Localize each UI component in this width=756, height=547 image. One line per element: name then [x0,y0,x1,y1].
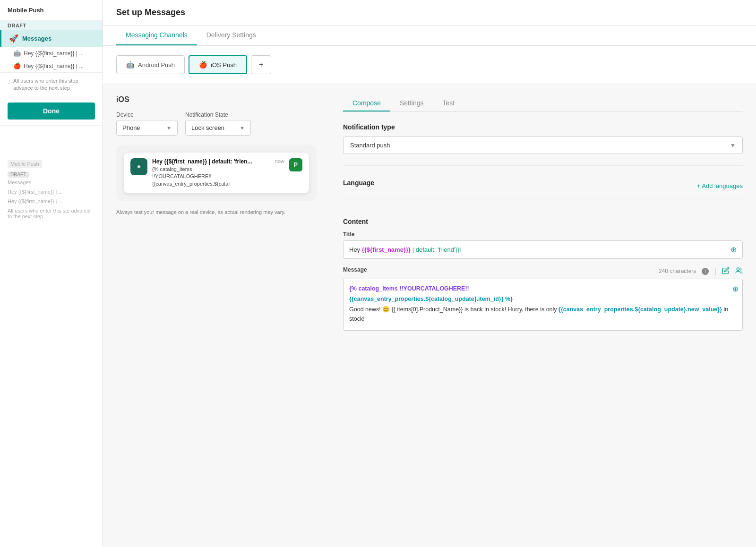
apple-icon: 🍎 [13,62,21,69]
device-select[interactable]: Phone ▼ [116,120,178,136]
ios-push-button[interactable]: 🍎 iOS Push [189,55,247,74]
sidebar-messages-label: Messages [22,35,52,42]
messages-icon: 🚀 [9,34,18,43]
notification-type-value: Standard push [350,142,390,149]
content-area: iOS Device Phone ▼ Notification State Lo… [103,84,756,353]
notification-type-dropdown[interactable]: Standard push ▼ [343,137,743,154]
message-add-button[interactable]: ⊕ [732,283,739,295]
notification-type-section: Notification type Standard push ▼ [343,123,743,154]
msg-line-1: {% catalog_items !!YOURCATALOGHERE!! [349,284,737,293]
notif-content: Hey {{${first_name}} | default: 'frien..… [152,158,284,188]
add-languages-button[interactable]: + Add languages [697,182,743,189]
sidebar: Mobile Push DRAFT 🚀 Messages 🤖 Hey {{${f… [0,0,103,547]
msg-body-normal: Good news! 😊 {{ items[0].Product_Name}} … [349,306,558,313]
msg-liquid-catalog: {% catalog_items !!YOURCATALOGHERE!! [349,285,469,292]
sidebar-advance-text: ↓ All users who enter this step advance … [0,72,103,97]
mini-badge: DRAFT [8,171,29,178]
notif-title: Hey {{${first_name}} | default: 'frien..… [152,158,252,165]
msg-canvas-props: {{canvas_entry_properties.${catalog_upda… [349,296,513,302]
divider-1 [343,165,743,166]
notif-top-row: Hey {{${first_name}} | default: 'frien..… [152,158,284,165]
device-chevron-icon: ▼ [166,125,172,131]
msg-canvas-new-value: {{canvas_entry_properties.${catalog_upda… [558,306,722,313]
device-select-group: Device Phone ▼ [116,111,178,136]
sidebar-sub-item-android[interactable]: 🤖 Hey {{${first_name}} | ... [0,47,103,60]
info-icon[interactable]: i [702,268,709,275]
notification-type-chevron-icon: ▼ [730,142,736,149]
content-section: Content Title Hey {{${first_name}}} | de… [343,218,743,331]
message-person-icon[interactable] [735,267,743,276]
title-default-value: | default: 'friend'}}! [411,246,461,253]
mini-canvas-section: Mobile Push DRAFT Messages Hey {{${first… [0,125,103,225]
message-input[interactable]: ⊕ {% catalog_items !!YOURCATALOGHERE!! {… [343,279,743,331]
mini-hey-android: Hey {{${first_name}} | ... [0,187,103,197]
svg-point-2 [737,268,739,270]
notif-app-icon [130,158,147,175]
message-edit-icon[interactable] [722,267,730,276]
ios-push-label: iOS Push [211,61,237,68]
compose-panel: Compose Settings Test Notification type … [330,84,756,353]
mini-advance: All users who enter this ste advance to … [0,206,103,221]
compose-tabs: Compose Settings Test [343,95,743,112]
msg-line-2: {{canvas_entry_properties.${catalog_upda… [349,294,737,304]
sidebar-ios-label: Hey {{${first_name}} | ... [24,63,84,69]
title-field-label: Title [343,231,743,238]
divider-vertical: | [714,267,716,275]
title-input[interactable]: Hey {{${first_name}}} | default: 'friend… [343,240,743,259]
device-label: Device [116,111,178,118]
notif-body-line1: {% catalog_items [152,166,192,172]
notification-card: Hey {{${first_name}} | default: 'frien..… [124,153,309,193]
notif-p-icon: P [289,158,302,171]
title-add-button[interactable]: ⊕ [730,245,737,254]
sidebar-sub-item-ios[interactable]: 🍎 Hey {{${first_name}} | ... [0,60,103,72]
notification-state-label: Notification State [185,111,251,118]
language-row: Language + Add languages [343,173,743,198]
tab-delivery-settings[interactable]: Delivery Settings [197,26,266,45]
notification-state-chevron-icon: ▼ [240,125,245,131]
message-header-right: 240 characters i | [659,267,743,276]
compose-tab-settings[interactable]: Settings [390,95,433,111]
notif-time: now [275,158,284,164]
sidebar-android-label: Hey {{${first_name}} | ... [24,50,84,57]
channel-row: 🤖 Android Push 🍎 iOS Push + [103,46,756,84]
char-count: 240 characters [659,268,696,274]
content-label: Content [343,218,743,225]
done-button[interactable]: Done [8,103,95,120]
ios-preview-panel: iOS Device Phone ▼ Notification State Lo… [103,84,330,353]
notif-body-line3: {{canvas_entry_properties.${catal [152,181,230,187]
title-prefix: Hey [349,246,362,253]
notification-state-group: Notification State Lock screen ▼ [185,111,251,136]
sidebar-draft-badge: DRAFT [0,21,103,30]
android-push-label: Android Push [138,61,175,68]
message-field-label: Message [343,266,367,273]
message-header-row: Message 240 characters i | [343,266,743,276]
divider-2 [343,210,743,210]
notification-preview: Hey {{${first_name}} | default: 'frien..… [116,145,317,201]
page-header: Set up Messages [103,0,756,26]
page-title: Set up Messages [116,8,743,17]
add-channel-button[interactable]: + [251,55,271,74]
compose-tab-compose[interactable]: Compose [343,95,390,111]
title-field-group: Title Hey {{${first_name}}} | default: '… [343,231,743,259]
compose-tab-test[interactable]: Test [433,95,464,111]
title-liquid-var: {{${first_name}}} [362,246,411,253]
arrow-down-icon: ↓ [8,78,10,86]
notification-state-value: Lock screen [191,124,224,131]
advance-label: All users who enter this step advance to… [13,77,95,92]
msg-line-3: Good news! 😊 {{ items[0].Product_Name}} … [349,305,737,324]
android-icon: 🤖 [13,50,21,57]
title-input-value: Hey {{${first_name}}} | default: 'friend… [349,246,730,253]
mini-hey-ios: Hey {{${first_name}} | ... [0,197,103,206]
message-field-group: Message 240 characters i | [343,266,743,331]
tab-messaging-channels[interactable]: Messaging Channels [116,26,197,45]
ios-panel-title: iOS [116,95,317,104]
device-row: Device Phone ▼ Notification State Lock s… [116,111,317,136]
sidebar-item-messages[interactable]: 🚀 Messages [0,30,103,47]
main-content: Set up Messages Messaging Channels Deliv… [103,0,756,547]
sidebar-title: Mobile Push [0,0,103,21]
android-push-button[interactable]: 🤖 Android Push [116,55,185,74]
notification-state-select[interactable]: Lock screen ▼ [185,120,251,136]
ios-push-icon: 🍎 [199,61,207,68]
notification-type-label: Notification type [343,123,743,131]
device-value: Phone [122,124,140,131]
